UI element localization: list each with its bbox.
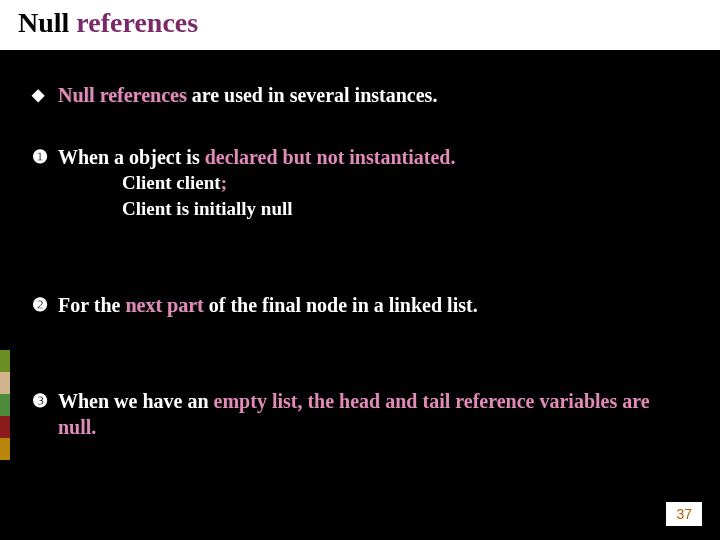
slide-content: ◆ Null references are used in several in… xyxy=(0,50,720,440)
item-2-post: of the final node in a linked list. xyxy=(204,294,478,316)
title-prefix: Null xyxy=(18,7,76,38)
item-3: ❸ When we have an empty list, the head a… xyxy=(32,388,688,440)
item-1-highlight: declared but not instantiated. xyxy=(205,146,456,168)
accent-stripe xyxy=(0,438,10,460)
item-1-sub1a: Client client xyxy=(122,172,221,193)
circled-two-icon: ❷ xyxy=(32,292,58,318)
title-highlight: references xyxy=(76,7,198,38)
circled-one-icon: ❶ xyxy=(32,144,58,170)
item-2-highlight: next part xyxy=(125,294,203,316)
intro-highlight: Null references xyxy=(58,84,187,106)
item-1-line: ❶ When a object is declared but not inst… xyxy=(32,144,688,170)
intro-line: ◆ Null references are used in several in… xyxy=(32,82,688,108)
slide-title: Null references xyxy=(18,7,198,39)
accent-stripe xyxy=(0,350,10,372)
item-1-sub1: Client client; xyxy=(122,170,688,196)
accent-stripe xyxy=(0,394,10,416)
accent-stripe xyxy=(0,416,10,438)
diamond-bullet-icon: ◆ xyxy=(32,82,58,108)
item-1-text: When a object is declared but not instan… xyxy=(58,144,688,170)
accent-sidebar xyxy=(0,350,10,460)
item-2-pre: For the xyxy=(58,294,125,316)
item-3-text: When we have an empty list, the head and… xyxy=(58,388,688,440)
page-number: 37 xyxy=(666,502,702,526)
intro-rest: are used in several instances. xyxy=(187,84,438,106)
item-1-pre: When a object is xyxy=(58,146,205,168)
circled-three-icon: ❸ xyxy=(32,388,58,414)
slide-header: Null references xyxy=(0,0,720,50)
accent-stripe xyxy=(0,372,10,394)
item-1-sub2: Client is initially null xyxy=(122,196,688,222)
item-3-pre: When we have an xyxy=(58,390,214,412)
item-1-sub1b: ; xyxy=(221,172,227,193)
item-2: ❷ For the next part of the final node in… xyxy=(32,292,688,318)
item-2-text: For the next part of the final node in a… xyxy=(58,292,688,318)
item-1: ❶ When a object is declared but not inst… xyxy=(32,144,688,222)
intro-text: Null references are used in several inst… xyxy=(58,82,688,108)
